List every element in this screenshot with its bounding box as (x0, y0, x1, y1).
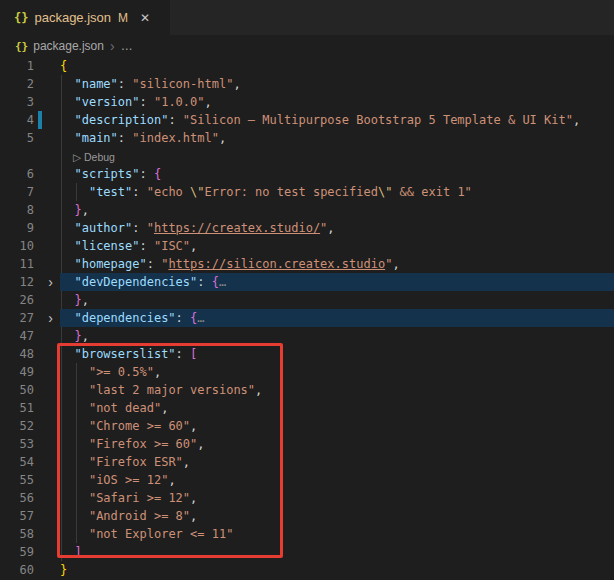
code-line-3[interactable]: 3 "version": "1.0.0", (0, 93, 614, 111)
token: "Safari >= 12" (89, 491, 190, 505)
token: , (161, 401, 168, 415)
token: "Chrome >= 60" (89, 419, 190, 433)
code-line-10[interactable]: 10 "license": "ISC", (0, 237, 614, 255)
breadcrumb-symbol[interactable]: … (121, 39, 133, 53)
token (60, 293, 74, 307)
token: , (573, 113, 580, 127)
token: Error: no test specified (205, 185, 378, 199)
token: "iOS >= 12" (89, 473, 168, 487)
code-line-9[interactable]: 9 "author": "https://createx.studio/", (0, 219, 614, 237)
json-file-icon: {} (15, 40, 28, 53)
codelens-debug-action[interactable]: ▷ Debug (73, 148, 115, 166)
token (60, 437, 89, 451)
code-editor[interactable]: 1{2 "name": "silicon-html",3 "version": … (0, 57, 614, 580)
fold-chevron-icon[interactable]: › (43, 273, 58, 291)
code-line-7[interactable]: 7 "test": "echo \"Error: no test specifi… (0, 183, 614, 201)
token: \" (190, 185, 204, 199)
token: "last 2 major versions" (89, 383, 255, 397)
code-line-56[interactable]: 56 "Safari >= 12", (0, 489, 614, 507)
token: : (176, 311, 190, 325)
code-line-60[interactable]: 60} (0, 561, 614, 579)
fold-chevron-icon[interactable]: › (43, 309, 58, 327)
code-text: "last 2 major versions", (60, 381, 262, 399)
token (60, 365, 89, 379)
code-line-51[interactable]: 51 "not dead", (0, 399, 614, 417)
token (60, 221, 74, 235)
token: "Firefox ESR" (89, 455, 183, 469)
line-number: 8 (0, 201, 34, 219)
code-line-49[interactable]: 49 ">= 0.5%", (0, 363, 614, 381)
code-text: }, (60, 201, 89, 219)
token: : (118, 77, 132, 91)
code-line-12[interactable]: 12› "devDependencies": {… (0, 273, 614, 291)
code-line-58[interactable]: 58 "not Explorer <= 11" (0, 525, 614, 543)
token: [ (190, 347, 197, 361)
line-number: 7 (0, 183, 34, 201)
code-line-27[interactable]: 27› "dependencies": {… (0, 309, 614, 327)
line-number: 57 (0, 507, 34, 525)
code-line-54[interactable]: 54 "Firefox ESR", (0, 453, 614, 471)
close-icon[interactable]: ✕ (140, 11, 150, 25)
token: "ISC" (154, 239, 190, 253)
token (60, 383, 89, 397)
code-line-2[interactable]: 2 "name": "silicon-html", (0, 75, 614, 93)
token (60, 95, 74, 109)
code-line-47[interactable]: 47 }, (0, 327, 614, 345)
code-text: "iOS >= 12", (60, 471, 176, 489)
breadcrumb-file[interactable]: package.json (33, 39, 104, 53)
token: , (197, 437, 204, 451)
tab-package-json[interactable]: {} package.json M ✕ (0, 0, 170, 35)
code-line-26[interactable]: 26 }, (0, 291, 614, 309)
code-line-57[interactable]: 57 "Android >= 8", (0, 507, 614, 525)
code-line-11[interactable]: 11 "homepage": "https://silicon.createx.… (0, 255, 614, 273)
token: , (392, 257, 399, 271)
code-line-59[interactable]: 59 ] (0, 543, 614, 561)
tab-bar: {} package.json M ✕ (0, 0, 614, 35)
token: "not Explorer <= 11" (89, 527, 234, 541)
code-text: "Safari >= 12", (60, 489, 197, 507)
line-number: 27 (0, 309, 34, 327)
token: , (233, 77, 240, 91)
token: \" (378, 185, 392, 199)
token (60, 239, 74, 253)
line-number: 26 (0, 291, 34, 309)
line-number: 10 (0, 237, 34, 255)
code-line-5[interactable]: 5 "main": "index.html", (0, 129, 614, 147)
token: "scripts" (74, 167, 139, 181)
token: "silicon-html" (132, 77, 233, 91)
token (60, 311, 74, 325)
token: "index.html" (132, 131, 219, 145)
code-line-48[interactable]: 48 "browserslist": [ (0, 345, 614, 363)
code-line-6[interactable]: 6 "scripts": { (0, 165, 614, 183)
codelens-row[interactable]: ▷ Debug (0, 147, 614, 165)
code-text: }, (60, 291, 89, 309)
code-text: "Firefox ESR", (60, 453, 190, 471)
token (60, 401, 89, 415)
code-line-8[interactable]: 8 }, (0, 201, 614, 219)
code-line-55[interactable]: 55 "iOS >= 12", (0, 471, 614, 489)
token: , (190, 491, 197, 505)
token (60, 509, 89, 523)
token: } (74, 329, 81, 343)
code-line-1[interactable]: 1{ (0, 57, 614, 75)
token: "license" (74, 239, 139, 253)
token: ] (74, 545, 81, 559)
token (60, 473, 89, 487)
code-text: "author": "https://createx.studio/", (60, 219, 335, 237)
code-text: "Chrome >= 60", (60, 417, 197, 435)
token: "Firefox >= 60" (89, 437, 197, 451)
line-number: 2 (0, 75, 34, 93)
line-number: 54 (0, 453, 34, 471)
line-number: 56 (0, 489, 34, 507)
token (60, 185, 89, 199)
code-line-53[interactable]: 53 "Firefox >= 60", (0, 435, 614, 453)
code-line-52[interactable]: 52 "Chrome >= 60", (0, 417, 614, 435)
token: , (183, 455, 190, 469)
code-line-4[interactable]: 4 "description": "Silicon – Multipurpose… (0, 111, 614, 129)
line-number: 12 (0, 273, 34, 291)
modified-badge: M (118, 11, 128, 25)
line-number: 51 (0, 399, 34, 417)
code-line-50[interactable]: 50 "last 2 major versions", (0, 381, 614, 399)
code-text: "license": "ISC", (60, 237, 197, 255)
token: "homepage" (74, 257, 146, 271)
